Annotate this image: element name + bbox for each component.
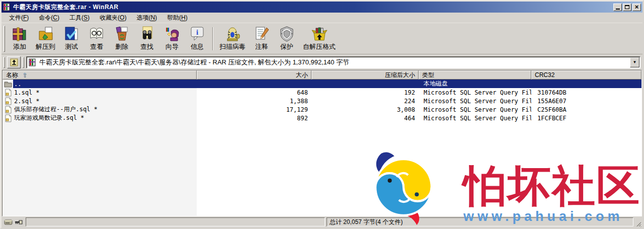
find-icon — [139, 26, 155, 42]
menu-favorites[interactable]: 收藏夹(O) — [95, 13, 131, 23]
minimize-button[interactable] — [613, 4, 622, 11]
toolbar-view-button[interactable]: 查看 — [84, 24, 109, 52]
svg-text:i: i — [196, 28, 198, 36]
toolbar-delete-button[interactable]: 删除 — [109, 24, 134, 52]
sql-file-icon — [4, 106, 12, 114]
info-icon: i — [189, 26, 205, 42]
menu-file[interactable]: 文件(F) — [5, 13, 33, 23]
menu-bar: 文件(F) 命令(C) 工具(S) 收藏夹(O) 选项(N) 帮助(H) — [2, 13, 642, 23]
scan-virus-icon — [224, 26, 240, 42]
column-header-packed[interactable]: 压缩后大小 — [311, 70, 419, 80]
toolbar: 添加 解压到 测试 查看 删除 查找 向导 i 信息 — [2, 23, 642, 54]
winrar-app-icon — [3, 3, 11, 11]
up-directory-icon — [10, 58, 19, 67]
status-icons — [3, 218, 24, 225]
add-icon — [12, 26, 28, 42]
address-bar: 牛霸天房卡版完整全套.rar\牛霸天\牛霸天\服务器\存储过程 - RAR 压缩… — [2, 54, 642, 70]
sql-file-icon — [4, 89, 12, 97]
toolbar-protect-button[interactable]: 保护 — [274, 24, 299, 52]
toolbar-test-button[interactable]: 测试 — [59, 24, 84, 52]
column-header-name[interactable]: 名称⇧ — [3, 70, 197, 80]
comment-icon — [254, 26, 270, 42]
chevron-down-icon: ▼ — [633, 60, 637, 64]
column-header-crc32[interactable]: CRC32 — [531, 70, 641, 80]
sfx-icon — [311, 26, 328, 42]
table-row[interactable]: 玩家游戏局数记录.sql * 892 464 Microsoft SQL Ser… — [3, 114, 641, 122]
toolbar-comment-button[interactable]: 注释 — [249, 24, 274, 52]
extract-to-icon — [38, 26, 54, 42]
table-row[interactable]: 1.sql * 648 192 Microsoft SQL Server Que… — [3, 88, 641, 97]
column-header-type[interactable]: 类型 — [419, 70, 531, 80]
sql-file-icon — [4, 114, 12, 122]
wizard-icon — [164, 26, 180, 42]
list-body: .. 本地磁盘 1.sql * 648 192 Microsoft SQL Se… — [3, 80, 641, 216]
toolbar-scan-virus-button[interactable]: 扫描病毒 — [216, 24, 249, 52]
combobox-dropdown-button[interactable]: ▼ — [630, 57, 639, 67]
view-icon — [89, 26, 105, 42]
status-total-panel: 总计 20,057 字节(4 个文件) — [327, 217, 633, 226]
table-row[interactable]: 俱乐部存储过程--用户.sql * 17,129 3,008 Microsoft… — [3, 105, 641, 114]
drive-icon — [4, 218, 13, 225]
maximize-button[interactable] — [623, 4, 631, 11]
table-row[interactable]: 2.sql * 1,388 224 Microsoft SQL Server Q… — [3, 97, 641, 105]
rar-archive-icon — [29, 58, 37, 66]
file-list: 名称⇧ 大小 压缩后大小 类型 CRC32 .. 本地磁盘 1.sql * 64… — [2, 70, 642, 216]
up-directory-button[interactable] — [7, 56, 21, 68]
toolbar-extract-to-button[interactable]: 解压到 — [32, 24, 59, 52]
window-title: 牛霸天房卡版完整全套.rar - WinRAR — [13, 3, 611, 12]
title-bar[interactable]: 牛霸天房卡版完整全套.rar - WinRAR × — [2, 2, 642, 13]
toolbar-gripper[interactable] — [4, 26, 5, 52]
menu-help[interactable]: 帮助(H) — [163, 13, 192, 23]
sql-file-icon — [4, 97, 12, 105]
parent-dir-row[interactable]: .. 本地磁盘 — [3, 80, 641, 88]
minimize-icon — [616, 9, 620, 10]
toolbar-info-button[interactable]: i 信息 — [185, 24, 210, 52]
sort-ascending-icon: ⇧ — [22, 71, 27, 79]
resize-grip[interactable] — [635, 220, 641, 227]
menu-commands[interactable]: 命令(C) — [34, 13, 64, 23]
toolbar-separator — [212, 27, 213, 50]
key-icon — [15, 219, 23, 225]
toolbar-wizard-button[interactable]: 向导 — [159, 24, 185, 52]
list-header: 名称⇧ 大小 压缩后大小 类型 CRC32 — [3, 70, 641, 80]
toolbar-add-button[interactable]: 添加 — [7, 24, 32, 52]
menu-options[interactable]: 选项(N) — [132, 13, 162, 23]
close-button[interactable]: × — [632, 4, 641, 11]
menu-tools[interactable]: 工具(S) — [65, 13, 94, 23]
toolbar-find-button[interactable]: 查找 — [134, 24, 159, 52]
window-controls: × — [613, 4, 641, 11]
archive-path-text: 牛霸天房卡版完整全套.rar\牛霸天\牛霸天\服务器\存储过程 - RAR 压缩… — [39, 58, 627, 67]
folder-icon — [4, 80, 12, 88]
winrar-window: 牛霸天房卡版完整全套.rar - WinRAR × 文件(F) 命令(C) 工具… — [0, 0, 644, 229]
test-icon — [63, 26, 79, 42]
column-header-size[interactable]: 大小 — [197, 70, 311, 80]
toolbar-sfx-button[interactable]: 自解压格式 — [299, 24, 339, 52]
delete-icon — [114, 26, 130, 42]
address-bar-gripper[interactable] — [4, 57, 5, 68]
status-message-panel — [26, 217, 325, 226]
status-bar: 总计 20,057 字节(4 个文件) — [2, 216, 642, 227]
address-bar-gripper[interactable] — [23, 57, 24, 68]
close-icon: × — [635, 4, 639, 10]
maximize-icon — [625, 5, 629, 9]
archive-path-combobox[interactable]: 牛霸天房卡版完整全套.rar\牛霸天\牛霸天\服务器\存储过程 - RAR 压缩… — [26, 56, 640, 68]
protect-icon — [279, 26, 295, 42]
